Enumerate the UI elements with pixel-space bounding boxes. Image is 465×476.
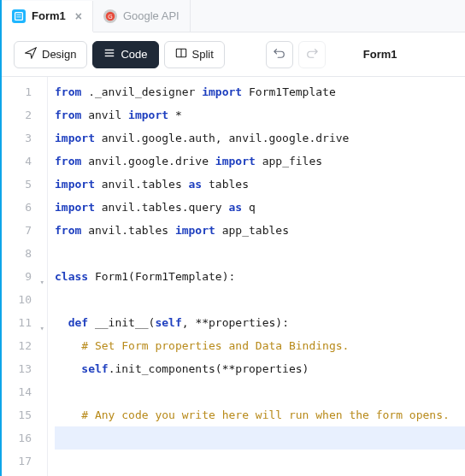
code-line[interactable]	[55, 288, 465, 311]
svg-text:G: G	[108, 13, 112, 19]
code-line[interactable]: from anvil.tables import app_tables	[55, 219, 465, 242]
code-line[interactable]: from ._anvil_designer import Form1Templa…	[55, 80, 465, 103]
line-number: 17	[2, 450, 47, 473]
line-number: 3	[2, 126, 47, 150]
code-button[interactable]: Code	[92, 41, 158, 68]
line-number: 7	[2, 219, 47, 242]
button-label: Design	[42, 48, 76, 61]
line-number: 14	[2, 380, 47, 403]
form-icon	[12, 9, 26, 23]
tab-label: Google API	[123, 9, 180, 22]
history-group	[266, 41, 326, 68]
line-number: 10	[2, 288, 47, 311]
code-line[interactable]	[55, 426, 465, 450]
code-line[interactable]: # Set Form properties and Data Bindings.	[55, 334, 465, 357]
tab-label: Form1	[32, 9, 66, 22]
svg-rect-0	[15, 12, 23, 20]
redo-button[interactable]	[298, 41, 326, 68]
line-number: 13	[2, 357, 47, 380]
design-button[interactable]: Design	[14, 41, 87, 68]
code-line[interactable]: def __init__(self, **properties):	[55, 311, 465, 334]
code-line[interactable]	[55, 242, 465, 265]
google-icon: G	[103, 9, 117, 23]
code-line[interactable]	[55, 450, 465, 473]
line-number: 12	[2, 334, 47, 357]
line-number: 15	[2, 403, 47, 426]
view-mode-group: Design Code Split	[14, 41, 225, 68]
code-line[interactable]: from anvil.google.drive import app_files	[55, 150, 465, 173]
code-line[interactable]: self.init_components(**properties)	[55, 357, 465, 380]
undo-icon	[274, 47, 285, 62]
line-number: 1	[2, 80, 47, 103]
redo-icon	[306, 47, 318, 62]
code-line[interactable]: import anvil.google.auth, anvil.google.d…	[55, 126, 465, 150]
code-area[interactable]: from ._anvil_designer import Form1Templa…	[48, 77, 465, 476]
line-number: 11▾	[2, 311, 47, 334]
line-number: 8	[2, 242, 47, 265]
tab-bar: Form1 × G Google API	[2, 0, 465, 32]
close-icon[interactable]: ×	[75, 9, 82, 23]
tab-google-api[interactable]: G Google API	[93, 0, 191, 32]
undo-button[interactable]	[266, 41, 293, 68]
code-editor[interactable]: 123456789▾1011▾121314151617 from ._anvil…	[2, 77, 465, 476]
code-line[interactable]: import anvil.tables as tables	[55, 173, 465, 196]
paper-plane-icon	[25, 47, 37, 62]
toolbar: Design Code Split Form1	[2, 32, 465, 77]
code-line[interactable]: # Any code you write here will run when …	[55, 403, 465, 426]
list-icon	[103, 47, 115, 62]
code-line[interactable]: from anvil import *	[55, 103, 465, 126]
button-label: Code	[121, 48, 147, 61]
code-line[interactable]: import anvil.tables.query as q	[55, 196, 465, 219]
code-line[interactable]	[55, 380, 465, 403]
line-number: 16	[2, 426, 47, 450]
code-line[interactable]: class Form1(Form1Template):	[55, 265, 465, 288]
line-number-gutter: 123456789▾1011▾121314151617	[2, 77, 48, 476]
breadcrumb: Form1	[363, 48, 397, 61]
split-icon	[175, 47, 187, 62]
line-number: 2	[2, 103, 47, 126]
button-label: Split	[192, 48, 214, 61]
line-number: 4	[2, 150, 47, 173]
tab-form1[interactable]: Form1 ×	[2, 1, 93, 32]
line-number: 9▾	[2, 265, 47, 288]
line-number: 5	[2, 173, 47, 196]
line-number: 6	[2, 196, 47, 219]
split-button[interactable]: Split	[164, 41, 225, 68]
